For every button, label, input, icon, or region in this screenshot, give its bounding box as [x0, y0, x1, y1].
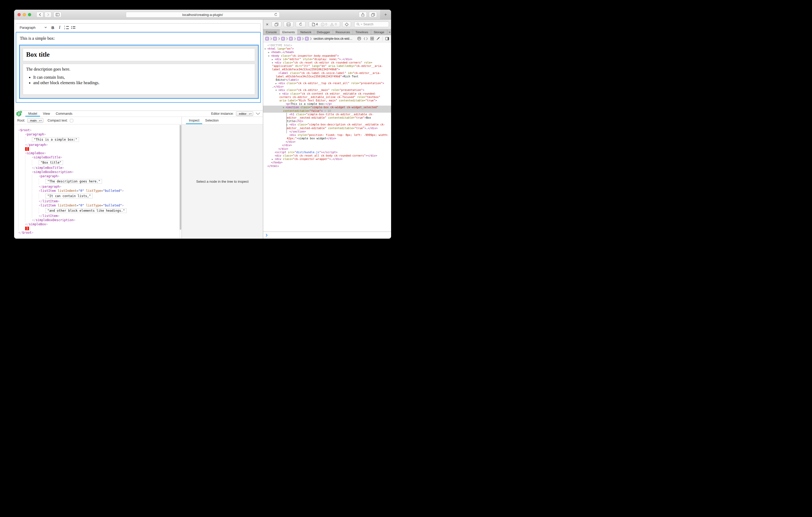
reload-button[interactable]: [274, 13, 278, 17]
dom-line[interactable]: ▼<div class="ck ck-content ck-editor__ed…: [263, 92, 391, 95]
element-badge-icon[interactable]: E: [297, 37, 301, 40]
details-sidebar-button[interactable]: [385, 37, 389, 40]
dom-line[interactable]: ▼<html lang="en">: [263, 47, 391, 51]
minimize-traffic-icon[interactable]: [23, 13, 26, 16]
dom-line[interactable]: aria-label="Rich Text Editor, main" cont…: [263, 99, 391, 102]
dom-line[interactable]: </html>: [263, 164, 391, 168]
inspector-tab-commands[interactable]: Commands: [53, 111, 75, 117]
model-tree-line[interactable]: </paragraph>: [18, 185, 181, 189]
dom-line[interactable]: </div>: [263, 144, 391, 147]
dom-line[interactable]: <h1 class="simple-box-title ck-editor__e…: [263, 113, 391, 116]
dom-line[interactable]: </div>: [263, 140, 391, 144]
model-tree-line[interactable]: <simpleBoxDescription>: [18, 170, 181, 174]
model-tree-line[interactable]: <$root>: [18, 128, 181, 132]
model-tree-line[interactable]: "and other block elements like headings.…: [18, 208, 181, 214]
dom-line[interactable]: editor__nested-editable" contenteditable…: [263, 126, 391, 130]
model-text-node[interactable]: "Box title": [39, 160, 63, 165]
back-button[interactable]: [36, 12, 44, 18]
dom-line[interactable]: <!DOCTYPE html>: [263, 44, 391, 47]
model-tree-line[interactable]: <listItem listIndent="0" listType="bulle…: [18, 203, 181, 208]
devtools-tab-debugger[interactable]: Debugger: [314, 29, 333, 35]
close-traffic-icon[interactable]: [18, 13, 21, 16]
model-tree-line[interactable]: ]: [18, 226, 181, 231]
dom-line[interactable]: </body>: [263, 161, 391, 164]
editor-editable-area[interactable]: This is a simple box: Box title The desc…: [16, 32, 261, 103]
dom-line[interactable]: "application" dir="ltr" lang="en" aria-l…: [263, 64, 391, 68]
bold-button[interactable]: B: [50, 24, 56, 31]
dom-line[interactable]: <div class="ck ck-reset_all ck-body ck-r…: [263, 154, 391, 157]
compact-text-checkbox[interactable]: [70, 119, 73, 122]
element-badge-icon[interactable]: E: [273, 37, 277, 40]
dom-line[interactable]: label_e63cbbfece34c53ce23501062343f49b8"…: [263, 68, 391, 71]
collapse-inspector-button[interactable]: [256, 112, 260, 115]
devtools-tab-timelines[interactable]: Timelines: [353, 29, 371, 35]
model-tree-line[interactable]: </simpleBoxDescription>: [18, 218, 181, 222]
side-tab-inspect[interactable]: Inspect: [186, 117, 202, 124]
list-item[interactable]: It can contain lists,: [33, 75, 252, 80]
model-tree-line[interactable]: <paragraph>: [18, 174, 181, 178]
dom-line[interactable]: …</div>: [263, 85, 391, 88]
simple-box-title[interactable]: Box title: [23, 48, 255, 61]
dom-line[interactable]: ▼<body class="ck-inspector-body-expanded…: [263, 54, 391, 58]
model-text-node[interactable]: "This is a simple box:": [32, 137, 79, 142]
model-tree-line[interactable]: <listItem listIndent="0" listType="bulle…: [18, 189, 181, 193]
new-tab-button[interactable]: +: [380, 10, 391, 19]
dom-line[interactable]: <script src="dist/bundle.js"></script>: [263, 151, 391, 154]
element-badge-icon[interactable]: E: [305, 37, 309, 40]
intro-paragraph[interactable]: This is a simple box:: [20, 36, 260, 41]
inspector-tab-model[interactable]: Model: [25, 111, 40, 117]
description-paragraph[interactable]: The description goes here.: [26, 67, 252, 71]
dom-line[interactable]: ▶<div class="simple-box-description ck-e…: [263, 123, 391, 126]
model-tree-line[interactable]: "This is a simple box:": [18, 136, 181, 143]
simple-box-widget[interactable]: Box title The description goes here. It …: [19, 45, 259, 99]
grid-overlay-button[interactable]: [370, 37, 374, 40]
devtools-tab-resources[interactable]: Resources: [333, 29, 353, 35]
model-tree-line[interactable]: "The description goes here.": [18, 178, 181, 185]
dom-line[interactable]: <div style="position: fixed; top: 0px; l…: [263, 133, 391, 137]
devtools-reload-button[interactable]: [296, 22, 306, 27]
model-text-node[interactable]: "and other block elements like headings.…: [46, 208, 126, 213]
devtools-tab-network[interactable]: Network: [298, 29, 314, 35]
paragraph-dropdown[interactable]: Paragraph: [16, 24, 50, 31]
dom-line[interactable]: editor__nested-editable" contenteditable…: [263, 116, 391, 119]
more-tabs-icon[interactable]: »: [387, 30, 391, 34]
dom-line[interactable]: ▼<div class="ck ck-reset ck-editor ck-ro…: [263, 61, 391, 64]
model-tree-line[interactable]: </simpleBoxTitle>: [18, 166, 181, 170]
model-tree-line[interactable]: </$root>: [18, 231, 181, 235]
dom-line[interactable]: ▼<section class="simple-box ck-widget ck…: [263, 105, 391, 109]
model-text-node[interactable]: "The description goes here.": [46, 179, 102, 184]
simple-box-description[interactable]: The description goes here. It can contai…: [23, 64, 255, 95]
model-tree-line[interactable]: [: [18, 147, 181, 151]
sidebar-button[interactable]: [53, 12, 61, 18]
model-tree-line[interactable]: <simpleBoxTitle>: [18, 155, 181, 159]
devtools-tab-elements[interactable]: Elements: [280, 29, 298, 35]
model-tree-line[interactable]: "It can contain lists,": [18, 193, 181, 199]
dock-bottom-button[interactable]: [284, 22, 293, 27]
dom-line[interactable]: ▶<div class="ck ck-editor__top ck-reset_…: [263, 82, 391, 85]
model-tree-line[interactable]: <simpleBox>: [18, 151, 181, 155]
dom-line[interactable]: </div>: [263, 147, 391, 151]
console-quick-input[interactable]: [263, 232, 391, 239]
inspector-tab-view[interactable]: View: [40, 111, 53, 117]
model-tree-line[interactable]: </simpleBox>: [18, 222, 181, 226]
dom-line[interactable]: Editor</label>: [263, 78, 391, 82]
devtools-search-field[interactable]: Search: [354, 22, 389, 27]
close-devtools-button[interactable]: ✕: [266, 23, 269, 26]
resource-summary[interactable]: 4 0 0: [309, 22, 340, 27]
address-bar[interactable]: localhost/creating-a-plugin/: [126, 12, 280, 18]
model-tree-line[interactable]: <paragraph>: [18, 132, 181, 136]
zoom-traffic-icon[interactable]: [28, 13, 31, 16]
tabs-overview-button[interactable]: [369, 12, 377, 18]
element-badge-icon[interactable]: E: [281, 37, 285, 40]
element-badge-icon[interactable]: E: [265, 37, 269, 40]
forward-button[interactable]: [45, 12, 52, 18]
element-badge-icon[interactable]: E: [289, 37, 293, 40]
dom-line[interactable]: title</h1>: [263, 119, 391, 123]
share-button[interactable]: [359, 12, 367, 18]
dom-line[interactable]: 42px;">simple box widget</div>: [263, 137, 391, 140]
model-tree-line[interactable]: "Box title": [18, 159, 181, 166]
numbered-list-button[interactable]: 1 2: [63, 24, 70, 31]
dock-side-button[interactable]: [271, 22, 282, 27]
model-tree-line[interactable]: </listItem>: [18, 214, 181, 218]
force-styles-button[interactable]: [376, 37, 380, 40]
